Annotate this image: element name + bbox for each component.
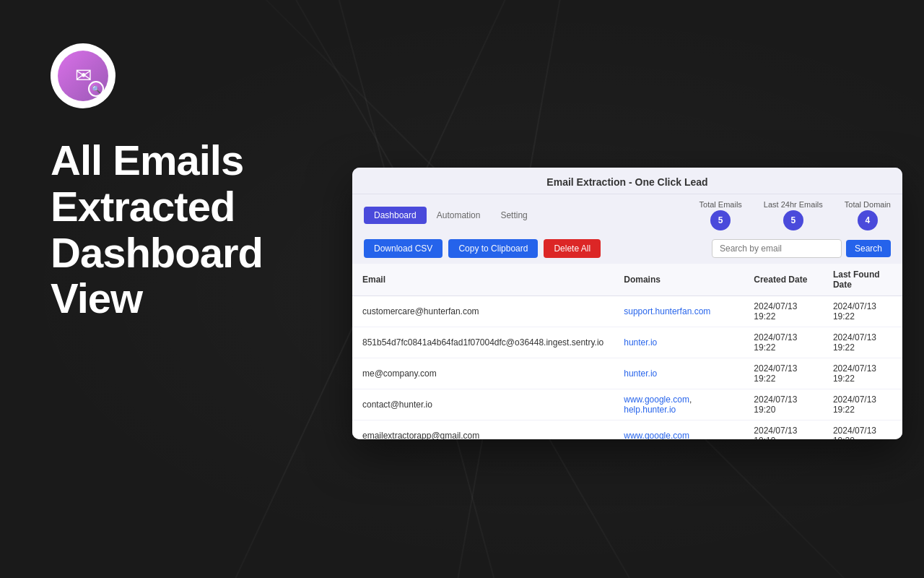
tab-setting[interactable]: Setting	[490, 207, 537, 224]
search-icon: 🔍	[88, 81, 104, 97]
cell-created: 2024/07/13 19:22	[744, 358, 823, 389]
cell-domain: support.hunterfan.com	[614, 296, 744, 327]
cell-created: 2024/07/13 19:19	[744, 420, 823, 440]
table-row: 851b54d7fc0841a4b64fad1f07004dfc@o36448.…	[352, 327, 902, 358]
table-header-row: Email Domains Created Date Last Found Da…	[352, 264, 902, 296]
cell-last-found: 2024/07/13 19:20	[823, 420, 902, 440]
table-row: emailextractorapp@gmail.comwww.google.co…	[352, 420, 902, 440]
cell-domain: www.google.com, help.hunter.io	[614, 389, 744, 420]
search-area: Search	[712, 239, 891, 258]
stats-wrapper: Total Emails 5 Last 24hr Emails 5 Total …	[699, 200, 891, 230]
logo-area: ✉ 🔍	[51, 43, 116, 108]
cell-domain: hunter.io	[614, 358, 744, 389]
col-created: Created Date	[744, 264, 823, 296]
col-email: Email	[352, 264, 614, 296]
toolbar: Download CSV Copy to Clipboard Delete Al…	[352, 233, 902, 264]
cell-email: contact@hunter.io	[352, 389, 614, 420]
search-button[interactable]: Search	[846, 240, 891, 257]
tab-dashboard[interactable]: Dashboard	[364, 207, 427, 224]
tab-automation[interactable]: Automation	[427, 207, 491, 224]
domain-link[interactable]: hunter.io	[624, 337, 657, 348]
nav-tabs: Dashboard Automation Setting	[364, 207, 538, 224]
heading-text: All Emails Extracted Dashboard View	[51, 137, 263, 322]
search-input[interactable]	[712, 239, 842, 258]
col-last-found: Last Found Date	[823, 264, 902, 296]
cell-email: me@company.com	[352, 358, 614, 389]
email-icon: ✉	[75, 66, 92, 86]
heading-area: All Emails Extracted Dashboard View	[51, 137, 263, 322]
cell-email: emailextractorapp@gmail.com	[352, 420, 614, 440]
table-row: customercare@hunterfan.comsupport.hunter…	[352, 296, 902, 327]
stat-total-domain: Total Domain 4	[845, 200, 891, 230]
cell-email: customercare@hunterfan.com	[352, 296, 614, 327]
cell-domain: hunter.io	[614, 327, 744, 358]
delete-all-button[interactable]: Delete All	[544, 239, 601, 258]
domain-link[interactable]: help.hunter.io	[624, 405, 676, 415]
domain-link[interactable]: hunter.io	[624, 368, 657, 379]
cell-domain: www.google.com	[614, 420, 744, 440]
domain-link[interactable]: www.google.com	[624, 431, 689, 439]
stat-last-24hr: Last 24hr Emails 5	[764, 200, 823, 230]
table-row: me@company.comhunter.io2024/07/13 19:222…	[352, 358, 902, 389]
download-csv-button[interactable]: Download CSV	[364, 239, 443, 258]
main-panel: Email Extraction - One Click Lead Dashbo…	[352, 168, 902, 439]
cell-last-found: 2024/07/13 19:22	[823, 389, 902, 420]
cell-email: 851b54d7fc0841a4b64fad1f07004dfc@o36448.…	[352, 327, 614, 358]
cell-created: 2024/07/13 19:22	[744, 296, 823, 327]
logo-inner: ✉ 🔍	[58, 51, 108, 101]
copy-clipboard-button[interactable]: Copy to Clipboard	[448, 239, 538, 258]
cell-created: 2024/07/13 19:22	[744, 327, 823, 358]
cell-last-found: 2024/07/13 19:22	[823, 327, 902, 358]
panel-title: Email Extraction - One Click Lead	[352, 168, 902, 194]
cell-last-found: 2024/07/13 19:22	[823, 358, 902, 389]
stat-total-emails: Total Emails 5	[699, 200, 742, 230]
domain-link[interactable]: www.google.com	[624, 394, 689, 405]
nav-stats-row: Dashboard Automation Setting Total Email…	[352, 194, 902, 233]
cell-last-found: 2024/07/13 19:22	[823, 296, 902, 327]
cell-created: 2024/07/13 19:20	[744, 389, 823, 420]
col-domains: Domains	[614, 264, 744, 296]
domain-link[interactable]: support.hunterfan.com	[624, 306, 710, 316]
table-row: contact@hunter.iowww.google.com, help.hu…	[352, 389, 902, 420]
emails-table: Email Domains Created Date Last Found Da…	[352, 264, 902, 439]
logo-circle: ✉ 🔍	[51, 43, 116, 108]
